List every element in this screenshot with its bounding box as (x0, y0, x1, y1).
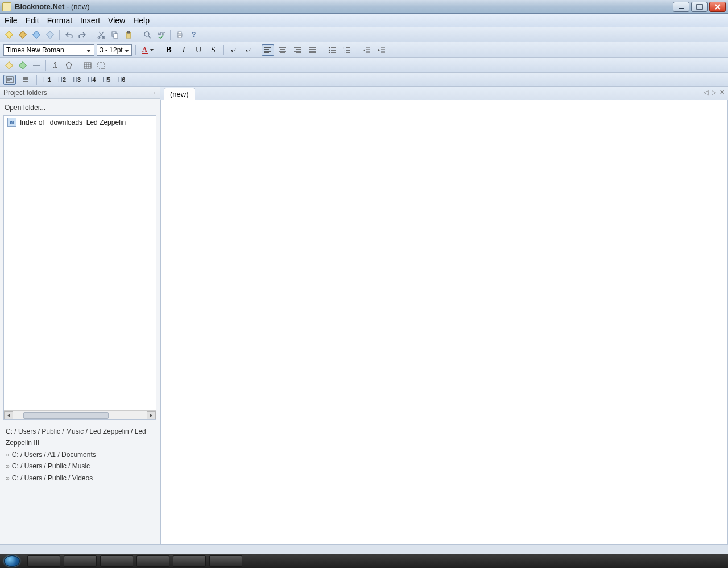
path-row[interactable]: »C: / Users / Public / Videos (6, 472, 154, 484)
menu-view[interactable]: View (108, 16, 125, 25)
path-text: C: / Users / A1 / Documents (12, 449, 96, 460)
view-source-button[interactable] (19, 75, 32, 85)
font-color-button[interactable]: A (139, 44, 155, 56)
align-center-button[interactable] (276, 44, 289, 56)
find-button[interactable] (142, 29, 153, 40)
font-size-selector[interactable]: 3 - 12pt (97, 44, 132, 56)
sidebar-collapse-icon[interactable]: → (150, 89, 156, 97)
indent-button[interactable] (375, 44, 388, 56)
bullet-list-button[interactable] (326, 44, 338, 56)
tree-item[interactable]: m Index of _downloads_Led Zeppelin_ (4, 116, 156, 129)
taskbar-item[interactable] (173, 555, 206, 567)
tree-item-label: Index of _downloads_Led Zeppelin_ (20, 118, 130, 126)
tab-next-icon[interactable]: ▷ (712, 89, 716, 96)
paste-button[interactable] (123, 29, 134, 40)
spellcheck-button[interactable]: ABC (155, 29, 167, 40)
separator (92, 30, 92, 40)
path-row[interactable]: C: / Users / Public / Music / Led Zeppel… (6, 426, 154, 449)
close-button[interactable] (709, 2, 726, 12)
align-justify-button[interactable] (306, 44, 318, 56)
outdent-button[interactable] (361, 44, 373, 56)
heading-h1-button[interactable]: H1 (42, 76, 53, 83)
start-button[interactable] (0, 554, 24, 568)
maximize-button[interactable] (691, 2, 708, 12)
heading-h6-button[interactable]: H6 (115, 76, 127, 83)
separator (135, 45, 136, 55)
align-right-button[interactable] (291, 44, 304, 56)
document-tab[interactable]: (new) (164, 88, 195, 100)
separator (223, 45, 224, 55)
bold-button[interactable]: B (163, 44, 175, 56)
insert-link-button[interactable] (3, 60, 15, 71)
menu-format[interactable]: Format (47, 16, 72, 25)
taskbar-item[interactable] (27, 555, 60, 567)
separator (46, 60, 46, 71)
insert-table-button[interactable] (82, 60, 93, 71)
insert-hr-button[interactable] (31, 60, 42, 71)
view-wysiwyg-button[interactable] (3, 75, 16, 85)
heading-h3-button[interactable]: H3 (71, 76, 82, 83)
align-left-button[interactable] (262, 44, 274, 56)
insert-anchor-button[interactable] (49, 60, 61, 71)
menu-help[interactable]: Help (133, 16, 150, 25)
svg-rect-5 (114, 34, 118, 38)
scroll-right-icon[interactable] (147, 411, 156, 419)
save-file-button[interactable] (31, 29, 42, 40)
taskbar-item[interactable] (136, 555, 169, 567)
toolbar-insert (0, 58, 728, 73)
separator (36, 75, 37, 85)
heading-h2-button[interactable]: H2 (56, 76, 68, 83)
path-row[interactable]: »C: / Users / Public / Music (6, 460, 154, 472)
underline-button[interactable]: U (192, 44, 205, 56)
insert-symbol-button[interactable] (63, 60, 75, 71)
text-editor[interactable] (160, 100, 728, 544)
insert-image-button[interactable] (17, 60, 28, 71)
scroll-left-icon[interactable] (4, 411, 13, 419)
font-selector[interactable]: Times New Roman (3, 44, 94, 56)
svg-rect-12 (178, 36, 181, 38)
svg-rect-7 (127, 31, 130, 33)
path-text: C: / Users / Public / Music (12, 460, 90, 472)
minimize-button[interactable] (673, 2, 689, 12)
help-button[interactable]: ? (188, 29, 199, 40)
print-button[interactable] (174, 29, 185, 40)
copy-button[interactable] (109, 29, 121, 40)
taskbar-item[interactable] (209, 555, 242, 567)
strikethrough-button[interactable]: S (207, 44, 220, 56)
undo-button[interactable] (63, 29, 75, 40)
taskbar-item[interactable] (64, 555, 97, 567)
document-tabbar: (new) ◁ ▷ ✕ (160, 87, 728, 100)
italic-button[interactable]: I (177, 44, 190, 56)
number-list-button[interactable]: 123 (341, 44, 353, 56)
svg-rect-22 (33, 65, 40, 66)
svg-rect-25 (98, 63, 105, 68)
menu-insert[interactable]: Insert (80, 16, 100, 25)
scroll-thumb[interactable] (23, 412, 109, 419)
heading-h5-button[interactable]: H5 (101, 76, 112, 83)
open-folder-link[interactable]: Open folder... (0, 99, 160, 115)
subscript-button[interactable]: x2 (242, 44, 254, 56)
workspace: Project folders → Open folder... m Index… (0, 87, 728, 544)
redo-button[interactable] (77, 29, 88, 40)
tab-controls: ◁ ▷ ✕ (704, 89, 725, 96)
cut-button[interactable] (96, 29, 107, 40)
tab-prev-icon[interactable]: ◁ (704, 89, 708, 96)
new-file-button[interactable] (3, 29, 15, 40)
open-file-button[interactable] (17, 29, 28, 40)
insert-div-button[interactable] (96, 60, 107, 71)
svg-point-16 (329, 47, 330, 48)
windows-taskbar (0, 554, 728, 568)
tab-close-icon[interactable]: ✕ (719, 89, 725, 96)
menu-file[interactable]: File (5, 16, 18, 25)
taskbar-item[interactable] (100, 555, 133, 567)
svg-rect-0 (679, 8, 684, 9)
chevron-icon: » (6, 472, 10, 484)
app-icon (2, 2, 11, 11)
tree-hscrollbar[interactable] (4, 410, 156, 419)
path-row[interactable]: »C: / Users / A1 / Documents (6, 449, 154, 460)
superscript-button[interactable]: x2 (227, 44, 239, 56)
menu-edit[interactable]: Edit (26, 16, 39, 25)
save-as-button[interactable] (44, 29, 56, 40)
project-tree[interactable]: m Index of _downloads_Led Zeppelin_ (3, 115, 156, 420)
heading-h4-button[interactable]: H4 (86, 76, 97, 83)
